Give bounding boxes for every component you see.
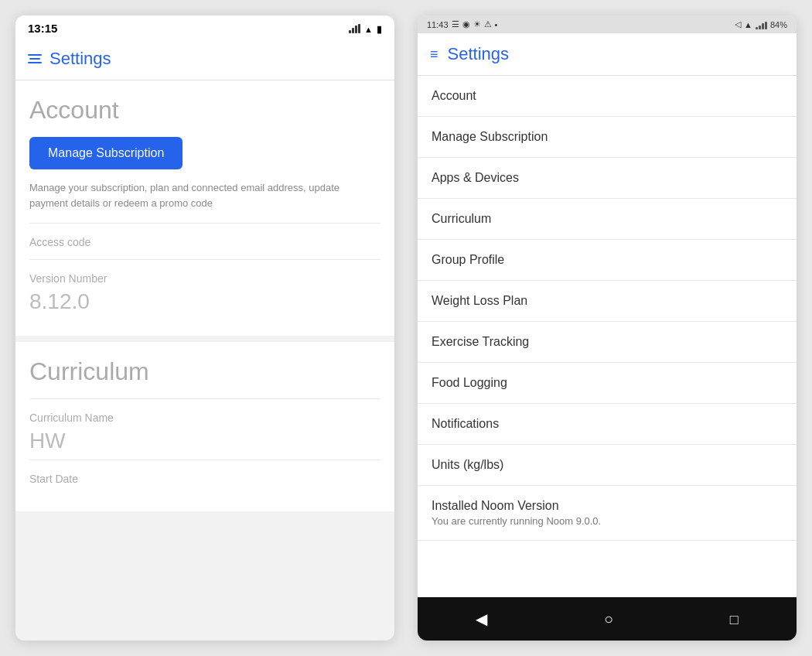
curriculum-name-field: Curriculum Name HW bbox=[29, 398, 380, 460]
menu-item-notifications-label: Notifications bbox=[432, 417, 783, 431]
nav-bar bbox=[418, 597, 797, 641]
hamburger-icon[interactable]: ≡ bbox=[430, 46, 438, 63]
menu-item-curriculum-label: Curriculum bbox=[432, 212, 783, 226]
curriculum-name-label: Curriculum Name bbox=[29, 412, 380, 424]
menu-item-weight-loss-plan[interactable]: Weight Loss Plan bbox=[418, 281, 797, 322]
curriculum-section-title: Curriculum bbox=[29, 357, 380, 386]
menu-item-apps-devices[interactable]: Apps & Devices bbox=[418, 158, 797, 199]
time-left: 13:15 bbox=[28, 22, 57, 35]
menu-item-apps-devices-label: Apps & Devices bbox=[432, 171, 783, 185]
warning-icon: ⚠ bbox=[484, 19, 492, 29]
status-right-group: ◁ ▲ 84% bbox=[735, 19, 787, 29]
menu-item-manage-subscription-label: Manage Subscription bbox=[432, 130, 783, 144]
start-date-label: Start Date bbox=[29, 473, 380, 485]
header-title-right: Settings bbox=[448, 44, 510, 64]
signal-icon bbox=[349, 24, 360, 33]
header-title-left: Settings bbox=[49, 49, 111, 69]
version-number-field: Version Number 8.12.0 bbox=[29, 259, 380, 320]
access-code-field: Access code bbox=[29, 223, 380, 259]
menu-list: Account Manage Subscription Apps & Devic… bbox=[418, 76, 797, 597]
menu-item-account[interactable]: Account bbox=[418, 76, 797, 117]
menu-item-weight-loss-plan-label: Weight Loss Plan bbox=[432, 294, 783, 308]
menu-item-group-profile-label: Group Profile bbox=[432, 253, 783, 267]
curriculum-name-value: HW bbox=[29, 429, 380, 453]
wifi-icon-right: ▲ bbox=[744, 20, 752, 29]
notification-icon: ☰ bbox=[452, 19, 459, 29]
menu-item-food-logging[interactable]: Food Logging bbox=[418, 363, 797, 404]
wifi-icon bbox=[364, 22, 373, 35]
menu-item-noom-version-sublabel: You are currently running Noom 9.0.0. bbox=[432, 515, 783, 527]
menu-item-notifications[interactable]: Notifications bbox=[418, 404, 797, 445]
menu-item-exercise-tracking[interactable]: Exercise Tracking bbox=[418, 322, 797, 363]
recents-button[interactable] bbox=[721, 607, 748, 631]
right-phone: 11:43 ☰ ◉ ☀ ⚠ • ◁ ▲ 84% ≡ Settings Accou… bbox=[418, 15, 797, 641]
signal-icon-right bbox=[756, 20, 767, 29]
menu-item-account-label: Account bbox=[432, 89, 783, 103]
battery-icon bbox=[377, 22, 382, 35]
menu-item-units[interactable]: Units (kg/lbs) bbox=[418, 445, 797, 486]
header-left: Settings bbox=[15, 39, 394, 80]
back-button[interactable] bbox=[466, 606, 496, 631]
dot-icon: • bbox=[495, 20, 498, 29]
brightness-icon: ☀ bbox=[473, 19, 481, 29]
status-icons-left bbox=[349, 22, 382, 35]
manage-subscription-button[interactable]: Manage Subscription bbox=[29, 137, 183, 169]
status-left-group: 11:43 ☰ ◉ ☀ ⚠ • bbox=[427, 19, 497, 29]
version-number-label: Version Number bbox=[29, 272, 380, 285]
menu-item-curriculum[interactable]: Curriculum bbox=[418, 199, 797, 240]
menu-item-manage-subscription[interactable]: Manage Subscription bbox=[418, 117, 797, 158]
menu-item-food-logging-label: Food Logging bbox=[432, 376, 783, 390]
sliders-icon bbox=[28, 54, 42, 63]
menu-item-noom-version[interactable]: Installed Noom Version You are currently… bbox=[418, 486, 797, 541]
home-button[interactable] bbox=[595, 607, 623, 631]
version-number-value: 8.12.0 bbox=[29, 289, 380, 314]
left-phone: 13:15 Settings Account Manage Subscripti… bbox=[15, 15, 394, 641]
record-icon: ◉ bbox=[462, 19, 470, 29]
time-right: 11:43 bbox=[427, 20, 449, 29]
menu-item-noom-version-label: Installed Noom Version bbox=[432, 499, 783, 513]
left-content: Account Manage Subscription Manage your … bbox=[15, 80, 394, 641]
account-description: Manage your subscription, plan and conne… bbox=[29, 180, 380, 210]
battery-right: 84% bbox=[770, 20, 787, 29]
header-right: ≡ Settings bbox=[418, 33, 797, 76]
access-code-label: Access code bbox=[29, 236, 380, 248]
volume-icon: ◁ bbox=[735, 19, 741, 29]
curriculum-section: Curriculum Curriculum Name HW Start Date bbox=[15, 342, 394, 511]
status-bar-left: 13:15 bbox=[15, 15, 394, 39]
menu-item-exercise-tracking-label: Exercise Tracking bbox=[432, 335, 783, 349]
account-section-title: Account bbox=[29, 96, 380, 125]
account-section: Account Manage Subscription Manage your … bbox=[15, 80, 394, 336]
menu-item-units-label: Units (kg/lbs) bbox=[432, 458, 783, 472]
start-date-field: Start Date bbox=[29, 460, 380, 496]
menu-item-group-profile[interactable]: Group Profile bbox=[418, 240, 797, 281]
status-bar-right: 11:43 ☰ ◉ ☀ ⚠ • ◁ ▲ 84% bbox=[418, 15, 797, 33]
